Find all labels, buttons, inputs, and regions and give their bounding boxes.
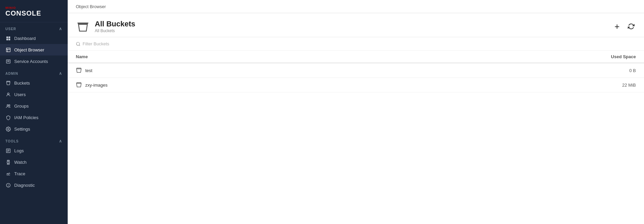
trace-icon	[5, 171, 11, 176]
sidebar-item-buckets[interactable]: Buckets	[0, 77, 68, 89]
sidebar-item-label: Users	[14, 92, 26, 97]
bucket-icon	[76, 67, 82, 73]
table-row[interactable]: test 0 B	[68, 63, 644, 78]
svg-point-10	[7, 93, 9, 94]
sidebar-item-groups[interactable]: Groups	[0, 100, 68, 112]
svg-rect-0	[6, 36, 8, 38]
sidebar: MINIO CONSOLE USER ∧ Dashboard Object Br…	[0, 0, 68, 224]
sidebar-item-label: Dashboard	[14, 36, 36, 41]
top-bar-title: Object Browser	[76, 4, 106, 9]
page-icon	[76, 19, 90, 33]
filter-input-wrapper	[76, 41, 150, 46]
buckets-table: Name Used Space test 0 B	[68, 51, 644, 92]
column-name: Name	[68, 51, 378, 63]
section-label-user: USER	[5, 27, 16, 31]
sidebar-item-label: Object Browser	[14, 47, 44, 52]
service-accounts-icon	[5, 59, 11, 64]
svg-rect-2	[6, 39, 8, 40]
svg-point-26	[8, 186, 8, 186]
settings-icon	[5, 126, 11, 132]
sidebar-item-dashboard[interactable]: Dashboard	[0, 32, 68, 44]
chevron-up-icon: ∧	[59, 26, 62, 31]
refresh-button[interactable]	[626, 22, 636, 31]
svg-point-12	[8, 105, 10, 106]
add-bucket-button[interactable]: +	[613, 20, 621, 33]
svg-rect-4	[6, 48, 10, 51]
page-header-text: All Buckets All Buckets	[95, 20, 135, 33]
section-header-tools[interactable]: TOOLS ∧	[0, 135, 68, 145]
column-used-space: Used Space	[378, 51, 644, 63]
svg-point-29	[76, 42, 80, 45]
section-label-tools: TOOLS	[5, 139, 19, 143]
watch-icon	[5, 159, 11, 165]
shield-icon	[5, 115, 11, 120]
filter-row	[68, 37, 644, 51]
sidebar-item-settings[interactable]: Settings	[0, 123, 68, 135]
sidebar-item-label: Service Accounts	[14, 59, 48, 64]
search-icon	[76, 42, 81, 46]
filter-buckets-input[interactable]	[83, 41, 150, 46]
object-browser-icon	[5, 47, 11, 52]
sidebar-item-iam-policies[interactable]: IAM Policies	[0, 112, 68, 123]
bucket-icon	[76, 82, 82, 88]
page-header-actions: +	[613, 20, 636, 33]
table-header-row: Name Used Space	[68, 51, 644, 63]
sidebar-item-label: Diagnostic	[14, 183, 35, 188]
sidebar-item-logs[interactable]: Logs	[0, 145, 68, 156]
logo: MINIO CONSOLE	[0, 0, 68, 22]
used-space-cell: 0 B	[378, 63, 644, 78]
table-row[interactable]: zxy-images 22 MiB	[68, 78, 644, 92]
chevron-up-icon-admin: ∧	[59, 71, 62, 76]
diagnostic-icon	[5, 182, 11, 188]
breadcrumb: All Buckets	[95, 28, 135, 33]
section-label-admin: ADMIN	[5, 72, 18, 75]
sidebar-item-label: Settings	[14, 127, 30, 132]
sidebar-item-trace[interactable]: Trace	[0, 168, 68, 179]
sidebar-item-label: Buckets	[14, 81, 30, 86]
page-header-left: All Buckets All Buckets	[76, 19, 135, 33]
svg-rect-3	[8, 39, 10, 40]
page-title: All Buckets	[95, 20, 135, 28]
logo-console: CONSOLE	[5, 9, 62, 17]
sidebar-item-service-accounts[interactable]: Service Accounts	[0, 55, 68, 67]
svg-rect-1	[8, 36, 10, 38]
sidebar-item-watch[interactable]: Watch	[0, 156, 68, 168]
dashboard-icon	[5, 36, 11, 41]
bucket-name-cell: test	[68, 63, 378, 78]
sidebar-item-object-browser[interactable]: Object Browser	[0, 44, 68, 55]
sidebar-item-label: Groups	[14, 104, 29, 109]
users-icon	[5, 92, 11, 97]
svg-point-13	[7, 128, 9, 130]
sidebar-item-label: IAM Policies	[14, 115, 39, 120]
svg-point-11	[7, 105, 8, 106]
svg-line-22	[8, 162, 8, 162]
sidebar-item-label: Watch	[14, 160, 26, 165]
top-bar: Object Browser	[68, 0, 644, 13]
chevron-up-icon-tools: ∧	[59, 139, 62, 143]
section-header-user[interactable]: USER ∧	[0, 22, 68, 32]
buckets-icon	[5, 80, 11, 86]
svg-line-30	[79, 45, 80, 46]
sidebar-item-label: Trace	[14, 171, 25, 176]
table-container: Name Used Space test 0 B	[68, 51, 644, 224]
main-content: Object Browser All Buckets All Buckets +	[68, 0, 644, 224]
used-space-cell: 22 MiB	[378, 78, 644, 92]
section-header-admin[interactable]: ADMIN ∧	[0, 67, 68, 77]
sidebar-item-users[interactable]: Users	[0, 89, 68, 100]
logo-mini: MINIO	[5, 6, 62, 9]
logs-icon	[5, 148, 11, 153]
sidebar-item-diagnostic[interactable]: Diagnostic	[0, 179, 68, 191]
sidebar-item-label: Logs	[14, 148, 24, 153]
bucket-name-cell: zxy-images	[68, 78, 378, 92]
groups-icon	[5, 103, 11, 109]
page-header: All Buckets All Buckets +	[68, 13, 644, 37]
